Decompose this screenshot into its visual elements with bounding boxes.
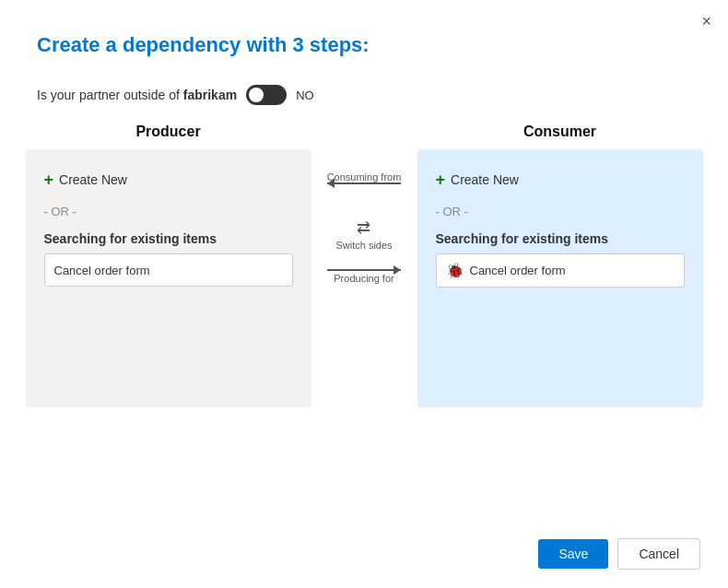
consuming-from-arrow bbox=[327, 182, 401, 184]
consumer-or-divider: - OR - bbox=[436, 205, 685, 218]
consumer-search-label: Searching for existing items bbox=[436, 231, 685, 246]
consuming-from-group: Consuming from bbox=[327, 171, 402, 203]
cancel-button[interactable]: Cancel bbox=[617, 538, 700, 570]
dialog-header: Create a dependency with 3 steps: bbox=[0, 0, 728, 76]
toggle-thumb bbox=[249, 88, 264, 102]
consumer-create-new-label: Create New bbox=[451, 172, 519, 187]
bug-icon: 🐞 bbox=[446, 262, 464, 279]
switch-sides-label[interactable]: Switch sides bbox=[335, 240, 392, 251]
producer-search-label: Searching for existing items bbox=[44, 231, 293, 246]
producer-create-new-label: Create New bbox=[59, 172, 127, 187]
left-arrow-line bbox=[327, 182, 401, 184]
consumer-search-input[interactable]: 🐞 Cancel order form bbox=[436, 253, 685, 288]
main-content: Producer + Create New - OR - Searching f… bbox=[0, 123, 728, 523]
producing-for-group: Producing for bbox=[327, 269, 401, 286]
consumer-box: + Create New - OR - Searching for existi… bbox=[417, 149, 703, 407]
producer-title: Producer bbox=[135, 123, 200, 140]
toggle-state-label: NO bbox=[296, 88, 314, 102]
plus-icon: + bbox=[44, 171, 54, 188]
producer-section: Producer + Create New - OR - Searching f… bbox=[18, 123, 318, 407]
producer-or-divider: - OR - bbox=[44, 205, 293, 218]
dialog: × Create a dependency with 3 steps: Is y… bbox=[0, 0, 728, 588]
partner-question: Is your partner outside of fabrikam bbox=[37, 88, 237, 102]
toggle-track[interactable] bbox=[246, 85, 287, 105]
consumer-section: Consumer + Create New - OR - Searching f… bbox=[410, 123, 710, 407]
producer-search-value: Cancel order form bbox=[54, 264, 150, 277]
producing-for-arrow bbox=[327, 269, 401, 271]
partner-row: Is your partner outside of fabrikam NO bbox=[0, 76, 728, 123]
switch-sides-icon: ⇄ bbox=[357, 218, 370, 238]
consumer-search-value: Cancel order form bbox=[470, 264, 566, 277]
outside-partner-toggle[interactable] bbox=[246, 85, 287, 105]
switch-sides-group: ⇄ Switch sides bbox=[335, 218, 392, 251]
consumer-title: Consumer bbox=[523, 123, 596, 140]
consumer-create-new-button[interactable]: + Create New bbox=[436, 168, 685, 192]
producing-for-label: Producing for bbox=[334, 273, 393, 284]
producer-search-input[interactable]: Cancel order form bbox=[44, 253, 293, 287]
dialog-title: Create a dependency with 3 steps: bbox=[37, 33, 691, 57]
connector-area: Consuming from ⇄ Switch sides Producing … bbox=[318, 123, 410, 286]
save-button[interactable]: Save bbox=[538, 539, 608, 569]
plus-icon-consumer: + bbox=[436, 171, 446, 188]
right-arrowhead bbox=[393, 265, 401, 275]
producer-box: + Create New - OR - Searching for existi… bbox=[26, 149, 311, 407]
close-button[interactable]: × bbox=[701, 13, 711, 29]
consuming-from-label: Consuming from bbox=[327, 171, 402, 182]
producer-create-new-button[interactable]: + Create New bbox=[44, 168, 293, 192]
dialog-footer: Save Cancel bbox=[0, 523, 728, 588]
